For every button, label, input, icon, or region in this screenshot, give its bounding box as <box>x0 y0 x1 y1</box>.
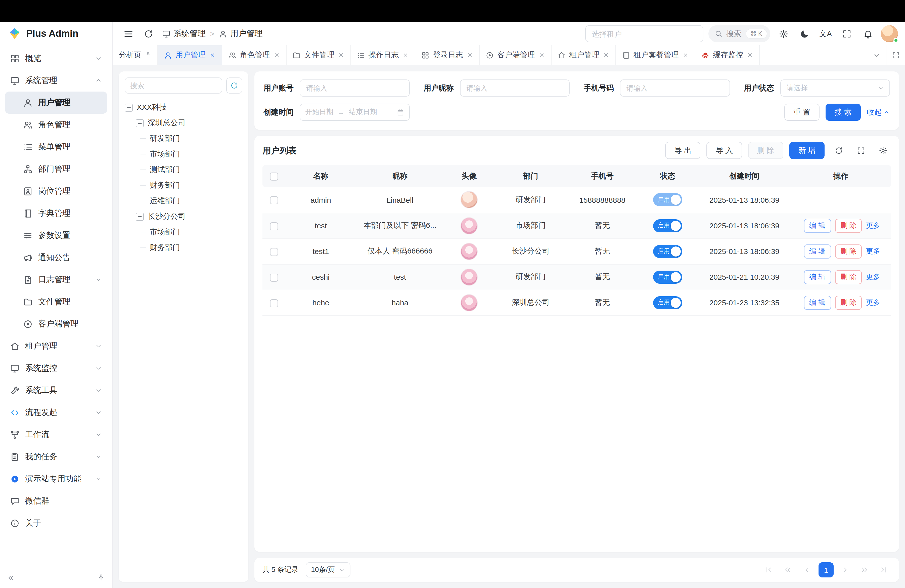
refresh-page-button[interactable] <box>140 25 157 42</box>
delete-row-button[interactable]: 删 除 <box>835 270 862 284</box>
export-button[interactable]: 导 出 <box>665 142 701 159</box>
close-tab-icon[interactable] <box>402 52 409 58</box>
edit-button[interactable]: 编 辑 <box>804 296 831 310</box>
close-tab-icon[interactable] <box>538 52 545 58</box>
close-tab-icon[interactable] <box>682 52 689 58</box>
edit-button[interactable]: 编 辑 <box>804 219 831 233</box>
sidebar-item-dept-management[interactable]: 部门管理 <box>5 158 107 180</box>
tenant-select[interactable] <box>585 25 703 42</box>
sidebar-item-about[interactable]: 关于 <box>5 512 107 534</box>
table-fullscreen-button[interactable] <box>853 142 869 159</box>
sidebar-item-file-management[interactable]: 文件管理 <box>5 291 107 313</box>
sidebar-item-post-management[interactable]: 岗位管理 <box>5 180 107 202</box>
nickname-input[interactable] <box>460 79 570 97</box>
sidebar-item-notice[interactable]: 通知公告 <box>5 246 107 269</box>
more-button[interactable]: 更多 <box>866 221 880 229</box>
sidebar-item-demo-features[interactable]: 演示站专用功能 <box>5 468 107 490</box>
sidebar-item-my-tasks[interactable]: 我的任务 <box>5 446 107 468</box>
search-button[interactable]: 搜 索 <box>826 103 861 121</box>
column-settings-button[interactable] <box>875 142 891 159</box>
tree-expand-toggle[interactable] <box>125 103 133 111</box>
close-tab-icon[interactable] <box>467 52 473 58</box>
delete-row-button[interactable]: 删 除 <box>835 219 862 233</box>
sidebar-item-tenant-management[interactable]: 租户管理 <box>5 335 107 357</box>
sidebar-item-overview[interactable]: 概览 <box>5 47 107 70</box>
tree-expand-toggle[interactable] <box>136 119 144 127</box>
tree-leaf[interactable]: 市场部门 <box>140 146 242 162</box>
status-switch[interactable]: 启用 <box>653 194 682 207</box>
collapse-sidebar-button[interactable] <box>7 574 15 582</box>
tree-expand-toggle[interactable] <box>136 213 144 221</box>
user-avatar[interactable] <box>881 25 898 42</box>
pagination-page-1[interactable]: 1 <box>819 563 834 577</box>
close-tab-icon[interactable] <box>747 52 753 58</box>
notifications-button[interactable] <box>860 25 876 42</box>
tree-leaf[interactable]: 研发部门 <box>140 131 242 146</box>
close-tab-icon[interactable] <box>209 52 216 58</box>
status-switch[interactable]: 启用 <box>653 219 682 232</box>
import-button[interactable]: 导 入 <box>707 142 742 159</box>
pagination-last-button[interactable] <box>876 563 891 577</box>
close-tab-icon[interactable] <box>273 52 280 58</box>
theme-toggle-button[interactable] <box>796 25 813 42</box>
sidebar-item-param-settings[interactable]: 参数设置 <box>5 224 107 246</box>
global-search[interactable]: 搜索 ⌘ K <box>708 25 770 42</box>
sidebar-item-user-management[interactable]: 用户管理 <box>5 92 107 114</box>
more-button[interactable]: 更多 <box>866 298 880 306</box>
tab-login-log[interactable]: 登录日志 <box>415 45 479 65</box>
sidebar-item-wechat-group[interactable]: 微信群 <box>5 490 107 512</box>
settings-button[interactable] <box>775 25 791 42</box>
sidebar-item-system-management[interactable]: 系统管理 <box>5 70 107 92</box>
pagination-next-button[interactable] <box>838 563 853 577</box>
tab-cache-monitor[interactable]: 缓存监控 <box>695 45 760 65</box>
select-all-checkbox[interactable] <box>270 173 278 181</box>
more-button[interactable]: 更多 <box>866 272 880 280</box>
phone-input[interactable] <box>620 79 730 97</box>
tab-analysis[interactable]: 分析页 <box>113 45 158 65</box>
tab-tenant-management[interactable]: 租户管理 <box>551 45 616 65</box>
account-input[interactable] <box>300 79 410 97</box>
fullscreen-button[interactable] <box>838 25 855 42</box>
row-checkbox[interactable] <box>270 273 278 281</box>
sidebar-item-client-management[interactable]: 客户端管理 <box>5 313 107 335</box>
breadcrumb-system-management[interactable]: 系统管理 <box>162 29 206 39</box>
tree-refresh-button[interactable] <box>226 78 242 94</box>
delete-button[interactable]: 删 除 <box>748 142 783 159</box>
sidebar-item-system-tools[interactable]: 系统工具 <box>5 379 107 401</box>
status-select[interactable]: 请选择 <box>780 79 890 97</box>
tree-node[interactable]: XXX科技 <box>125 100 242 115</box>
pagination-prev-fast-button[interactable] <box>780 563 795 577</box>
tree-node[interactable]: 长沙分公司 <box>136 209 242 224</box>
tree-leaf[interactable]: 运维部门 <box>140 193 242 209</box>
menu-toggle-button[interactable] <box>120 25 137 42</box>
tab-user-management[interactable]: 用户管理 <box>158 45 222 65</box>
collapse-filters-link[interactable]: 收起 <box>867 107 890 117</box>
close-tab-icon[interactable] <box>603 52 610 58</box>
delete-row-button[interactable]: 删 除 <box>835 244 862 258</box>
pagination-prev-button[interactable] <box>799 563 814 577</box>
tree-node[interactable]: 深圳总公司 <box>136 115 242 131</box>
date-range-picker[interactable]: 开始日期 → 结束日期 <box>300 103 410 121</box>
delete-row-button[interactable]: 删 除 <box>835 296 862 310</box>
content-fullscreen-button[interactable] <box>886 45 905 65</box>
tab-operation-log[interactable]: 操作日志 <box>351 45 415 65</box>
edit-button[interactable]: 编 辑 <box>804 244 831 258</box>
tree-search-input[interactable] <box>125 78 222 94</box>
sidebar-item-dict-management[interactable]: 字典管理 <box>5 202 107 224</box>
pagination-next-fast-button[interactable] <box>857 563 872 577</box>
edit-button[interactable]: 编 辑 <box>804 270 831 284</box>
sidebar-item-log-management[interactable]: 日志管理 <box>5 269 107 291</box>
row-checkbox[interactable] <box>270 196 278 205</box>
row-checkbox[interactable] <box>270 222 278 230</box>
pin-sidebar-button[interactable] <box>97 574 105 582</box>
sidebar-item-role-management[interactable]: 角色管理 <box>5 114 107 136</box>
page-size-select[interactable]: 10条/页 <box>305 563 351 577</box>
status-switch[interactable]: 启用 <box>653 245 682 258</box>
add-button[interactable]: 新 增 <box>789 142 824 159</box>
tab-tenant-package[interactable]: 租户套餐管理 <box>616 45 695 65</box>
sidebar-item-menu-management[interactable]: 菜单管理 <box>5 136 107 158</box>
status-switch[interactable]: 启用 <box>653 296 682 309</box>
tab-role-management[interactable]: 角色管理 <box>222 45 287 65</box>
sidebar-item-process-start[interactable]: 流程发起 <box>5 401 107 424</box>
tab-file-management[interactable]: 文件管理 <box>287 45 351 65</box>
